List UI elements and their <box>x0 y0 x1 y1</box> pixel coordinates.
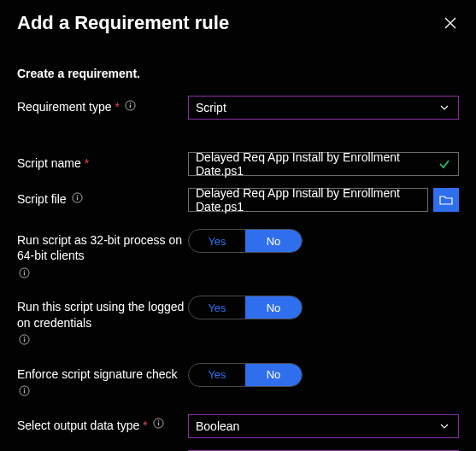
row-run-logged-on: Run this script using the logged on cred… <box>17 296 459 345</box>
enforce-signature-toggle[interactable]: Yes No <box>188 363 303 387</box>
label-script-file: Script file <box>17 188 188 207</box>
svg-rect-2 <box>130 102 131 103</box>
label-text: Run script as 32-bit process on 64-bit c… <box>17 232 188 263</box>
row-requirement-type: Requirement type * Script <box>17 96 459 120</box>
toggle-yes[interactable]: Yes <box>189 230 245 252</box>
requirement-rule-pane: Add a Requirement rule Create a requirem… <box>0 0 476 451</box>
page-title: Add a Requirement rule <box>17 12 229 34</box>
select-value: Boolean <box>196 419 239 433</box>
input-value: Delayed Req App Install by Enrollment Da… <box>196 186 420 214</box>
info-icon[interactable] <box>153 418 165 430</box>
label-requirement-type: Requirement type * <box>17 96 188 114</box>
svg-rect-5 <box>76 195 77 196</box>
run-logged-on-toggle[interactable]: Yes No <box>188 296 303 319</box>
label-text: Enforce script signature check <box>17 366 178 382</box>
requirement-type-select[interactable]: Script <box>188 96 459 120</box>
script-file-input[interactable]: Delayed Req App Install by Enrollment Da… <box>188 188 428 212</box>
label-run-32bit: Run script as 32-bit process on 64-bit c… <box>17 229 188 278</box>
row-run-32bit: Run script as 32-bit process on 64-bit c… <box>17 229 459 278</box>
close-icon <box>444 17 456 29</box>
label-text: Run this script using the logged on cred… <box>17 299 188 330</box>
label-run-logged-on: Run this script using the logged on cred… <box>17 296 188 345</box>
chevron-down-icon <box>439 420 451 432</box>
required-mark: * <box>115 99 120 114</box>
svg-rect-11 <box>24 337 25 338</box>
row-enforce-signature: Enforce script signature check Yes No <box>17 363 459 397</box>
run-32bit-toggle[interactable]: Yes No <box>188 229 303 253</box>
svg-rect-1 <box>130 104 131 108</box>
label-enforce-signature: Enforce script signature check <box>17 363 188 397</box>
info-icon[interactable] <box>72 191 84 203</box>
checkmark-icon <box>438 157 451 171</box>
toggle-yes[interactable]: Yes <box>189 364 245 386</box>
output-data-type-select[interactable]: Boolean <box>188 414 459 438</box>
svg-rect-17 <box>158 421 159 422</box>
close-button[interactable] <box>442 15 459 32</box>
row-script-file: Script file Delayed Req App Install by E… <box>17 188 459 212</box>
script-name-input[interactable]: Delayed Req App Install by Enrollment Da… <box>188 152 459 176</box>
chevron-down-icon <box>439 102 451 114</box>
label-output-data-type: Select output data type * <box>17 414 188 433</box>
folder-icon <box>439 194 453 206</box>
toggle-yes[interactable]: Yes <box>189 296 245 319</box>
svg-rect-10 <box>24 339 25 343</box>
svg-rect-16 <box>158 423 159 426</box>
input-value: Delayed Req App Install by Enrollment Da… <box>196 150 433 178</box>
info-icon[interactable] <box>125 99 137 111</box>
select-value: Script <box>196 101 226 114</box>
required-mark: * <box>143 418 147 433</box>
svg-rect-13 <box>24 390 25 394</box>
info-icon[interactable] <box>19 334 31 346</box>
row-script-name: Script name * Delayed Req App Install by… <box>17 152 459 176</box>
row-output-data-type: Select output data type * Boolean <box>17 414 459 438</box>
label-text: Requirement type <box>17 99 112 114</box>
label-text: Select output data type <box>17 418 139 433</box>
label-script-name: Script name * <box>17 152 188 171</box>
label-text: Script file <box>17 191 67 207</box>
header: Add a Requirement rule <box>17 12 459 34</box>
svg-rect-14 <box>24 389 25 390</box>
browse-button[interactable] <box>433 188 459 212</box>
required-mark: * <box>85 155 89 171</box>
info-icon[interactable] <box>19 385 31 397</box>
section-subhead: Create a requirement. <box>17 67 459 80</box>
label-text: Script name <box>17 155 81 171</box>
info-icon[interactable] <box>19 266 31 278</box>
svg-rect-4 <box>76 196 77 200</box>
toggle-no[interactable]: No <box>245 230 302 252</box>
toggle-no[interactable]: No <box>245 296 302 319</box>
svg-rect-7 <box>24 272 25 275</box>
toggle-no[interactable]: No <box>245 364 302 386</box>
svg-rect-8 <box>24 270 25 271</box>
